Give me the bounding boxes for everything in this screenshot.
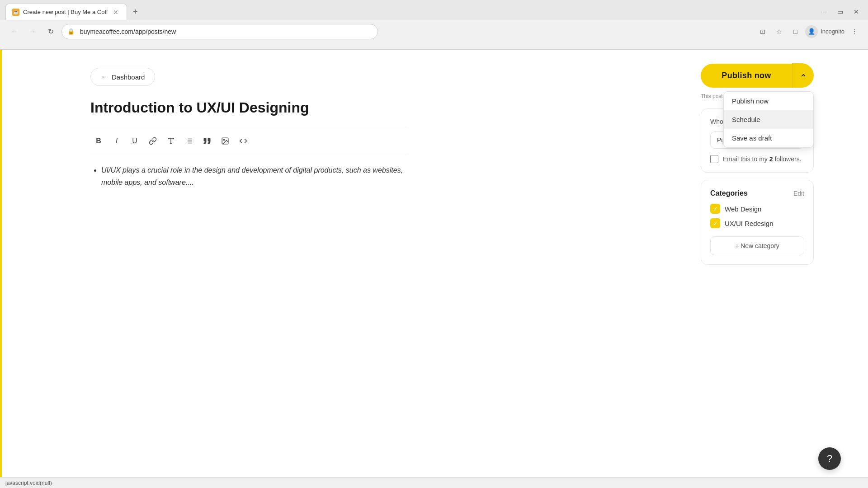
email-followers-checkbox[interactable]	[710, 155, 718, 163]
italic-button[interactable]: I	[108, 133, 125, 149]
reload-button[interactable]: ↻	[43, 24, 58, 39]
back-nav-button[interactable]: ←	[7, 24, 22, 39]
address-bar[interactable]: 🔒 buymeacoffee.com/app/posts/new	[61, 24, 378, 39]
publish-dropdown-menu: Publish now Schedule Save as draft	[723, 91, 814, 148]
nav-bar: ← → ↻ 🔒 buymeacoffee.com/app/posts/new ⊡…	[0, 20, 868, 42]
publish-dropdown-toggle[interactable]	[792, 63, 814, 88]
new-category-button[interactable]: + New category	[710, 236, 804, 255]
link-button[interactable]	[145, 133, 161, 149]
dropdown-item-publish-now[interactable]: Publish now	[724, 92, 813, 110]
editor-area: Introduction to UX/UI Designing B I U	[90, 99, 407, 188]
heading-button[interactable]	[163, 133, 179, 149]
maximize-button[interactable]: ▭	[834, 5, 846, 18]
tab-title: Create new post | Buy Me a Coff	[23, 9, 108, 15]
status-bar-text: javascript:void(null)	[5, 480, 52, 486]
incognito-label: Incognito	[821, 28, 844, 35]
categories-header: Categories Edit	[710, 189, 804, 197]
tab-favicon: ☕	[12, 9, 19, 16]
right-sidebar: Publish now Publish now Schedule Save as…	[701, 63, 814, 265]
email-checkbox-row: Email this to my 2 followers.	[710, 155, 804, 163]
bold-button[interactable]: B	[90, 133, 107, 149]
category-name-web-design: Web Design	[725, 205, 761, 213]
category-check-ux-redesign: ✓	[710, 218, 720, 228]
editor-toolbar: B I U	[90, 129, 407, 153]
tab-bar: ☕ Create new post | Buy Me a Coff ✕ + ─ …	[0, 0, 868, 20]
bookmark-star-icon[interactable]: ☆	[773, 25, 785, 38]
browser-chrome: ☕ Create new post | Buy Me a Coff ✕ + ─ …	[0, 0, 868, 50]
editor-content[interactable]: UI/UX plays a crucial role in the design…	[90, 164, 407, 188]
extensions-icon[interactable]: □	[789, 25, 802, 38]
lock-icon: 🔒	[67, 28, 75, 35]
code-button[interactable]	[235, 133, 251, 149]
back-arrow-icon: ←	[101, 73, 108, 81]
status-bar: javascript:void(null)	[0, 477, 868, 488]
menu-icon[interactable]: ⋮	[848, 25, 861, 38]
new-tab-button[interactable]: +	[129, 5, 142, 18]
url-text: buymeacoffee.com/app/posts/new	[80, 28, 176, 35]
quote-button[interactable]	[199, 133, 215, 149]
category-item-ux-redesign: ✓ UX/UI Redesign	[710, 218, 804, 228]
minimize-button[interactable]: ─	[817, 5, 830, 18]
category-item-web-design: ✓ Web Design	[710, 204, 804, 214]
image-button[interactable]	[217, 133, 233, 149]
publish-now-button[interactable]: Publish now	[701, 64, 792, 88]
dashboard-back-button[interactable]: ← Dashboard	[90, 68, 155, 86]
list-button[interactable]	[181, 133, 197, 149]
category-check-web-design: ✓	[710, 204, 720, 214]
dropdown-item-schedule[interactable]: Schedule	[724, 110, 813, 129]
chevron-up-icon	[800, 72, 807, 79]
active-tab[interactable]: ☕ Create new post | Buy Me a Coff ✕	[5, 4, 127, 20]
dropdown-item-save-draft[interactable]: Save as draft	[724, 129, 813, 147]
cast-icon[interactable]: ⊡	[756, 25, 769, 38]
publish-area: Publish now Publish now Schedule Save as…	[701, 63, 814, 88]
help-button[interactable]: ?	[818, 447, 841, 470]
categories-section: Categories Edit ✓ Web Design ✓ UX/UI Red…	[701, 180, 814, 265]
tab-close-btn[interactable]: ✕	[111, 8, 120, 16]
profile-icon[interactable]: 👤	[805, 25, 818, 38]
email-followers-label: Email this to my 2 followers.	[723, 155, 802, 163]
dashboard-btn-label: Dashboard	[112, 73, 145, 81]
content-bullet-1: UI/UX plays a crucial role in the design…	[101, 164, 407, 188]
categories-title: Categories	[710, 189, 748, 197]
svg-point-9	[223, 139, 224, 140]
category-name-ux-redesign: UX/UI Redesign	[725, 220, 774, 227]
forward-nav-button[interactable]: →	[25, 24, 40, 39]
nav-actions: ⊡ ☆ □ 👤 Incognito ⋮	[756, 25, 861, 38]
close-button[interactable]: ✕	[850, 5, 863, 18]
page-content: ← Dashboard Introduction to UX/UI Design…	[0, 50, 868, 488]
incognito-badge: 👤 Incognito	[805, 25, 844, 38]
underline-button[interactable]: U	[127, 133, 143, 149]
window-controls: ─ ▭ ✕	[817, 5, 863, 18]
categories-edit-button[interactable]: Edit	[793, 190, 804, 197]
post-title[interactable]: Introduction to UX/UI Designing	[90, 99, 407, 116]
left-accent	[0, 50, 2, 488]
